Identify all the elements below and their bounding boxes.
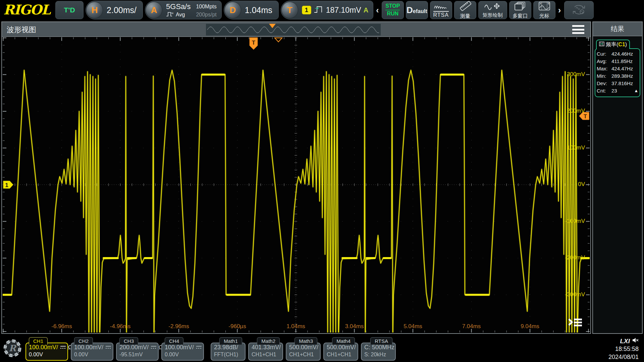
rtsa-card-body[interactable]: C: 500MHzS: 20kHz (361, 343, 396, 361)
offset-value: -95.51mV (119, 352, 155, 358)
multi-window-button[interactable]: 多窗口 (509, 1, 531, 19)
clock-block: LXI 18:55:58 2024/08/01 (608, 337, 642, 361)
offset-value: S: 20kHz (364, 352, 392, 358)
trigger-knob[interactable]: T (281, 2, 298, 18)
measurement-tab[interactable]: 频率(C1) (596, 40, 630, 49)
channel-card-ch2-body[interactable]: 100.00mV/0.00V (71, 343, 113, 361)
math-card-math3[interactable]: Math3500.00mV/CH1+CH1 (286, 337, 321, 361)
math-card-math2-tab[interactable]: Math2 (257, 337, 280, 345)
graticule[interactable]: T 1 T -6.96ms-4.96ms-2.96ms-960µs1.04ms3… (3, 37, 590, 333)
rtsa-card[interactable]: RTSAC: 500MHzS: 20kHz (361, 337, 396, 361)
memory-overview-ribbon[interactable] (206, 24, 381, 36)
sample-rate: 5GSa/s (166, 2, 191, 11)
rtsa-card-tab[interactable]: RTSA (370, 337, 392, 345)
voltage-axis-label: 300mV (567, 71, 585, 78)
rect-draw-button[interactable]: 矩形绘制 (478, 1, 507, 19)
channel1-level-marker[interactable]: 1 (3, 180, 14, 191)
svg-text:1: 1 (5, 182, 8, 188)
stop-label: STOP (385, 3, 400, 9)
delay-knob[interactable]: D (224, 2, 241, 18)
cursor-button[interactable]: AB 光标 (533, 1, 555, 19)
offset-value: 0.00V (74, 352, 110, 358)
channel-card-ch3[interactable]: CH3200.00mV/Ω-95.51mV (116, 337, 159, 361)
mode-switch-button[interactable] (564, 1, 594, 19)
channel-card-ch3-body[interactable]: 200.00mV/Ω-95.51mV (116, 343, 159, 361)
measure-button[interactable]: 测量 (454, 1, 476, 19)
horizontal-knob[interactable]: H (86, 2, 103, 18)
math-card-math2[interactable]: Math2401.33mV/CH1+CH1 (248, 337, 283, 361)
rtsa-icon (434, 2, 448, 11)
run-label: RUN (385, 11, 400, 17)
scale-value: C: 500MHz (364, 344, 394, 351)
offset-value: 0.00V (29, 352, 65, 358)
time-axis-label: 3.04ms (345, 323, 364, 330)
channel-card-ch4-tab[interactable]: CH4 (165, 337, 183, 345)
voltage-axis-label: -200mV (565, 254, 585, 261)
delay-knob-group[interactable]: D 1.04ms (224, 1, 279, 19)
toolbar-back-chevron[interactable]: ‹ (375, 5, 380, 15)
scale-value: 401.33mV/ (252, 344, 281, 351)
voltage-axis-label: -300mV (565, 291, 585, 298)
horizontal-knob-group[interactable]: H 2.00ms/ (86, 1, 143, 19)
toolbar-forward-chevron[interactable]: › (557, 5, 562, 15)
sine-move-icon (484, 2, 501, 11)
trigger-position-triangle[interactable] (274, 37, 283, 44)
math-card-math3-tab[interactable]: Math3 (294, 337, 317, 345)
math-card-math2-body[interactable]: 401.33mV/CH1+CH1 (248, 343, 283, 361)
math-card-math3-body[interactable]: 500.00mV/CH1+CH1 (286, 343, 321, 361)
math-card-math1[interactable]: Math123.98dB/FFT(CH1) (211, 337, 246, 361)
trigger-source-badge: 1 (302, 6, 311, 14)
svg-text:R: R (9, 343, 16, 353)
channel-card-ch1-body[interactable]: 100.00mV/Ω0.00V (25, 343, 68, 361)
resolution: 200ps/pt (196, 12, 216, 18)
channel-card-ch3-tab[interactable]: CH3 (119, 337, 138, 345)
default-button[interactable]: Default (406, 1, 428, 19)
collapse-icon[interactable]: ▲ (634, 87, 638, 95)
measurement-card[interactable]: 频率(C1) Cur:424.46Hz Avg:411.85Hz Max:424… (595, 48, 640, 97)
scale-value: 500.00mV/ (289, 344, 318, 351)
math-card-math1-tab[interactable]: Math1 (219, 337, 242, 345)
speaker-muted-icon[interactable] (632, 337, 639, 345)
channel-card-ch1[interactable]: CH1100.00mV/Ω0.00V (25, 337, 68, 361)
waveform-window: 波形视图 T 1 T -6.96ms-4.96ms-2.96ms-960µs1.… (1, 21, 591, 334)
acquisition-knob[interactable]: A (146, 2, 162, 18)
svg-text:A: A (540, 2, 541, 5)
cursor-ab-icon: AB (538, 1, 550, 12)
math-card-math1-body[interactable]: 23.98dB/FFT(CH1) (211, 343, 246, 361)
ruler-icon (459, 1, 472, 12)
trigger-knob-group[interactable]: T 1 187.10mV A (281, 1, 373, 19)
timebase-value: 2.00ms/ (107, 5, 143, 15)
voltage-axis-label: 100mV (567, 144, 585, 151)
quick-menu-icon[interactable] (568, 316, 583, 329)
acq-mode: Avg (176, 12, 185, 18)
avg-pulse-icon: N (166, 11, 174, 18)
waveform-menu-icon[interactable] (572, 25, 584, 34)
date-display: 2024/08/01 (608, 353, 639, 361)
math-card-math4-tab[interactable]: Math4 (332, 337, 355, 345)
ribbon-position-marker[interactable] (269, 24, 276, 28)
channel-card-ch4-body[interactable]: 100.00mV/0.00V (161, 343, 204, 361)
results-title: 结果 (593, 22, 642, 36)
offset-value: CH1+CH1 (252, 352, 280, 358)
scale-value: 100.00mV/ (165, 344, 194, 351)
channel-card-ch4[interactable]: CH4100.00mV/0.00V (161, 337, 204, 361)
channel-card-ch1-tab[interactable]: CH1 (29, 337, 48, 345)
result-row: Dev:37.816Hz (597, 80, 638, 87)
offset-value: FFT(CH1) (214, 352, 242, 358)
run-stop-button[interactable]: STOP RUN (382, 1, 404, 19)
math-card-math4-body[interactable]: 500.00mV/CH1+CH1 (323, 343, 358, 361)
offset-value: CH1+CH1 (289, 352, 317, 358)
acquisition-knob-group[interactable]: A 5GSa/s 100Mpts N Avg 200ps/pt (145, 1, 222, 19)
run-stop-divider (385, 10, 400, 10)
scale-value: 100.00mV/ (74, 344, 103, 351)
rtsa-button[interactable]: RTSA (430, 1, 452, 19)
rigol-logo: RIGOL (1, 2, 53, 19)
scale-value: 200.00mV/ (119, 344, 149, 351)
dc-coupling-icon (151, 344, 157, 351)
rigol-gear-logo[interactable]: R (2, 337, 23, 359)
channel-card-ch2[interactable]: CH2100.00mV/0.00V (71, 337, 113, 361)
channel-card-ch2-tab[interactable]: CH2 (74, 337, 93, 345)
scale-value: 23.98dB/ (214, 344, 238, 351)
trigger-time-flag[interactable]: T (249, 37, 259, 51)
math-card-math4[interactable]: Math4500.00mV/CH1+CH1 (323, 337, 358, 361)
